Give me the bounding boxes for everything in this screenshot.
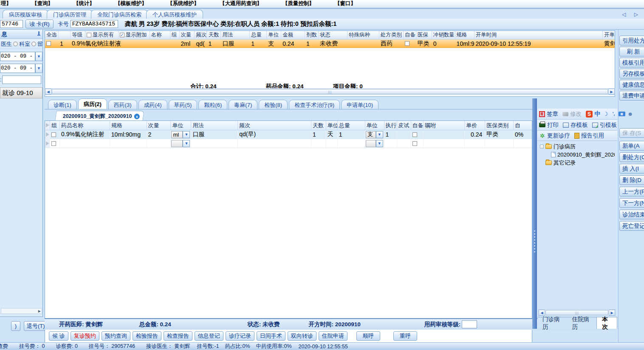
template-cite-button[interactable]: 模板引用 bbox=[619, 58, 644, 67]
sign-button[interactable]: 签章 bbox=[547, 110, 558, 118]
order-selfprep-checkbox[interactable] bbox=[405, 41, 410, 46]
tab-exam-surgery[interactable]: 检查手术治疗(9) bbox=[289, 100, 340, 109]
import-template-button[interactable]: 引模板 bbox=[600, 121, 617, 129]
moon-icon[interactable]: ☽ bbox=[602, 111, 609, 117]
insert-button[interactable]: 插 入(I bbox=[619, 164, 644, 174]
tab-inpatient-records[interactable]: 住院病历 bbox=[567, 317, 597, 329]
refund-request-button[interactable]: 退费申请 bbox=[619, 91, 644, 101]
order-row[interactable]: 1 0.9%氯化钠注射液 2ml qd( 1 口服 1 支 0.24 1 未收费… bbox=[45, 39, 615, 48]
prev-prescription-button[interactable]: 上一方(P bbox=[619, 187, 644, 196]
visit-list-item[interactable]: 就诊 09-10 bbox=[0, 87, 42, 98]
tab-personal-template[interactable]: 个人病历模板维护 bbox=[146, 10, 203, 19]
rx-selfprep-checkbox[interactable] bbox=[412, 132, 417, 137]
filter-show-extra[interactable]: ✓显示附加 bbox=[119, 31, 150, 39]
tab-current[interactable]: 本次 bbox=[596, 317, 617, 329]
rx-dose-unit-dropdown[interactable]: ml▼ bbox=[171, 131, 190, 138]
next-call-button[interactable]: 顺呼 bbox=[356, 331, 380, 341]
tree-expander-icon[interactable]: - bbox=[540, 145, 544, 148]
exam-report-button[interactable]: 检查报告 bbox=[164, 331, 192, 341]
new-sheet-button[interactable]: 新单(A bbox=[619, 141, 644, 151]
appointment-query-button[interactable]: 预约查询 bbox=[102, 331, 130, 341]
menu-item-system[interactable]: 【系统维护】 bbox=[167, 0, 199, 7]
scroll-left-icon[interactable]: ◀ bbox=[45, 89, 51, 95]
scroll-left-icon[interactable]: ◀ bbox=[539, 310, 545, 316]
tab-diagnosis[interactable]: 诊断(1) bbox=[48, 100, 77, 109]
two-way-referral-button[interactable]: 双向转诊 bbox=[288, 331, 316, 341]
tab-herb[interactable]: 草药(5) bbox=[169, 100, 198, 109]
filter-show-all[interactable]: 显示所有 bbox=[85, 31, 119, 39]
day-surgery-button[interactable]: 日间手术 bbox=[257, 331, 285, 341]
rx-empty-row[interactable]: ▼ ▼ bbox=[45, 139, 532, 148]
save-button[interactable]: 保 存(S bbox=[619, 128, 644, 138]
card-no-input[interactable] bbox=[71, 20, 118, 28]
pin-icon[interactable] bbox=[37, 31, 41, 37]
order-row-checkbox[interactable] bbox=[46, 41, 51, 46]
rx-empty-unit2-dropdown[interactable]: ▼ bbox=[366, 140, 383, 147]
tab-requisition[interactable]: 申请单(10) bbox=[341, 100, 378, 109]
tab-lab[interactable]: 检验(8) bbox=[259, 100, 288, 109]
tree-node-outpatient[interactable]: - 门诊病历 bbox=[540, 143, 617, 151]
scroll-right-icon[interactable]: ▶ bbox=[608, 89, 615, 95]
menu-item-quality[interactable]: 【质量控制】 bbox=[282, 0, 314, 7]
lab-report-button[interactable]: 检验报告 bbox=[133, 331, 161, 341]
rx-row-checkbox[interactable] bbox=[51, 132, 56, 137]
sidebar-search-input[interactable] bbox=[2, 76, 41, 84]
rx-advice[interactable] bbox=[424, 130, 465, 139]
update-treatment-button[interactable]: 更新诊疗 bbox=[547, 132, 570, 140]
menu-item-cut[interactable]: 理】 bbox=[1, 0, 11, 7]
chevron-down-icon[interactable]: ▼ bbox=[376, 131, 383, 138]
rx-usage[interactable]: 口服 bbox=[191, 130, 238, 139]
rx-total[interactable]: 1 bbox=[338, 130, 365, 139]
rx-empty-unit-dropdown[interactable]: ▼ bbox=[171, 140, 190, 147]
save-template-button[interactable]: 存模板 bbox=[571, 121, 588, 129]
rx-row[interactable]: 0.9%氯化钠注射 10ml:90mg 2 ml▼ 口服 qd(早) 1 天 1… bbox=[45, 130, 532, 139]
rx-dose[interactable]: 2 bbox=[147, 130, 171, 139]
reg-no-input[interactable] bbox=[0, 20, 23, 28]
refresh-button[interactable]: 刷 新 bbox=[619, 47, 644, 56]
cite-prescription-button[interactable]: 引用处方 bbox=[619, 36, 644, 45]
tab-patent-drug[interactable]: 成药(4) bbox=[138, 100, 167, 109]
save-as-template-button[interactable]: 另存模板 bbox=[619, 69, 644, 78]
tab-western-drug[interactable]: 西药(3) bbox=[108, 100, 137, 109]
waiting-button[interactable]: 候 诊 bbox=[49, 331, 68, 341]
menu-item-drugquery[interactable]: 【大通用药查询】 bbox=[220, 0, 262, 7]
menu-item-query[interactable]: 【查询】 bbox=[32, 0, 53, 7]
print-button[interactable]: 打印 bbox=[547, 121, 559, 129]
read-card-button[interactable]: 读 卡(R) bbox=[25, 20, 54, 28]
show-all-checkbox[interactable] bbox=[87, 33, 91, 37]
modify-button[interactable]: 修改 bbox=[570, 110, 582, 118]
rx-days[interactable]: 1 bbox=[311, 130, 326, 139]
delete-button[interactable]: 删 除(D bbox=[619, 175, 644, 185]
tab-narcotic[interactable]: 毒麻(7) bbox=[229, 100, 257, 109]
report-reference-button[interactable]: 报告引用 bbox=[581, 132, 604, 140]
health-info-button[interactable]: 健康信息 bbox=[619, 80, 644, 90]
tab-granule[interactable]: 颗粒(6) bbox=[198, 100, 227, 109]
tab-record[interactable]: 病历(2) bbox=[78, 98, 107, 109]
radio-dept[interactable] bbox=[31, 42, 36, 46]
end-treatment-button[interactable]: 诊治结束 bbox=[619, 210, 644, 219]
tab-outpatient-records[interactable]: 门诊病历 bbox=[537, 317, 567, 329]
rx-freq[interactable]: qd(早) bbox=[238, 130, 311, 139]
date-from-value[interactable]: 020 - 09 - 03 bbox=[0, 52, 35, 61]
show-extra-checkbox[interactable]: ✓ bbox=[120, 33, 124, 37]
info-register-button[interactable]: 信息登记 bbox=[195, 331, 223, 341]
menu-item-window[interactable]: 【窗口】 bbox=[335, 0, 356, 7]
treatment-record-button[interactable]: 诊疗记录 bbox=[226, 331, 254, 341]
chevron-down-icon[interactable]: ▼ bbox=[183, 131, 190, 138]
sogou-ime-icon[interactable]: S bbox=[586, 111, 593, 118]
sidebar-hscrollbar[interactable]: ▶ bbox=[1, 308, 42, 314]
col-select-all[interactable]: 全选 bbox=[45, 31, 59, 39]
document-tab[interactable]: 20200910_黄剑辉_20200910 x bbox=[55, 111, 144, 120]
menu-item-template[interactable]: 【模板维护】 bbox=[115, 0, 147, 7]
date-from-dropdown-icon[interactable]: ▼ bbox=[35, 52, 42, 61]
revisit-appointment-button[interactable]: 复诊预约 bbox=[71, 331, 99, 341]
tree-node-document[interactable]: 20200910_黄剑辉_202009: bbox=[540, 151, 617, 159]
audit-level-input[interactable] bbox=[462, 320, 477, 328]
punctuation-icon[interactable]: ’, bbox=[610, 111, 617, 117]
scroll-right-icon[interactable]: ▶ bbox=[609, 310, 615, 316]
rx-total-unit-dropdown[interactable]: 支▼ bbox=[366, 131, 383, 138]
admission-request-button[interactable]: 住院申请 bbox=[319, 331, 347, 341]
chevron-down-icon[interactable]: ▼ bbox=[183, 140, 190, 147]
radio-doctor[interactable] bbox=[13, 42, 18, 46]
close-icon[interactable]: x bbox=[134, 114, 139, 119]
